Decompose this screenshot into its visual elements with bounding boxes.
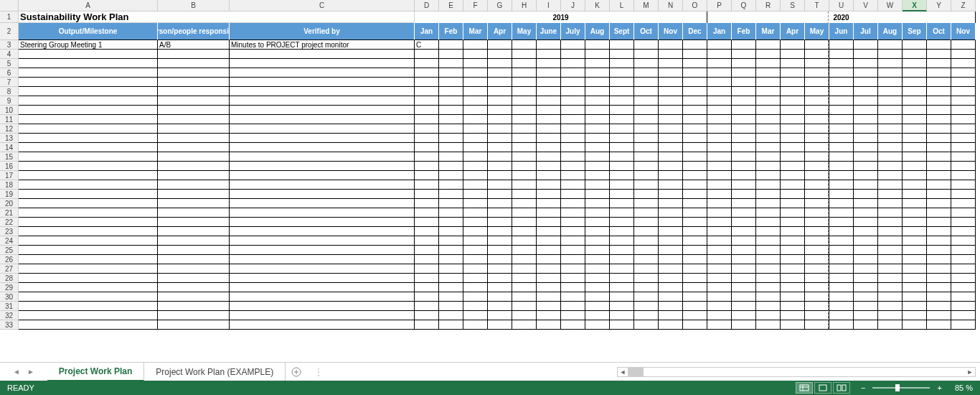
cell-r21-m0[interactable] (415, 208, 439, 218)
row-header-22[interactable]: 22 (0, 218, 19, 227)
cell-B29[interactable] (158, 283, 230, 292)
cell-r17-m22[interactable] (951, 171, 976, 180)
row-header-33[interactable]: 33 (0, 320, 19, 330)
cell-r31-m9[interactable] (634, 302, 659, 311)
cell-r6-m21[interactable] (927, 68, 951, 78)
cell-r18-m14[interactable] (756, 180, 781, 190)
cell-r30-m21[interactable] (927, 292, 951, 302)
column-header-B[interactable]: B (158, 0, 230, 11)
cell-r12-m12[interactable] (707, 124, 732, 134)
cell-r7-m15[interactable] (781, 78, 805, 87)
cell-B10[interactable] (158, 106, 230, 115)
cell-r26-m13[interactable] (732, 255, 756, 264)
cell-r8-m15[interactable] (781, 87, 805, 96)
cell-r10-m0[interactable] (415, 106, 439, 115)
cell-r22-m18[interactable] (854, 218, 878, 227)
cell-r5-m16[interactable] (805, 59, 829, 68)
cell-month-3-3[interactable] (488, 40, 512, 50)
cell-r11-m3[interactable] (488, 115, 512, 124)
cell-r10-m22[interactable] (951, 106, 976, 115)
cell-r6-m0[interactable] (415, 68, 439, 78)
cell-r18-m22[interactable] (951, 180, 976, 190)
cell-r18-m11[interactable] (683, 180, 707, 190)
cell-r25-m14[interactable] (756, 246, 781, 255)
cell-r19-m5[interactable] (537, 190, 561, 199)
cell-r17-m18[interactable] (854, 171, 878, 180)
cell-r11-m6[interactable] (561, 115, 585, 124)
row-header-23[interactable]: 23 (0, 227, 19, 236)
cell-r6-m6[interactable] (561, 68, 585, 78)
view-page-break-button[interactable] (833, 382, 850, 394)
cell-r26-m2[interactable] (463, 255, 488, 264)
cell-r21-m19[interactable] (878, 208, 903, 218)
cell-B27[interactable] (158, 264, 230, 274)
cell-r5-m18[interactable] (854, 59, 878, 68)
cell-r24-m4[interactable] (512, 236, 537, 246)
cell-r16-m17[interactable] (829, 162, 854, 171)
cell-r13-m4[interactable] (512, 134, 537, 143)
cell-r14-m11[interactable] (683, 143, 707, 152)
cell-r12-m21[interactable] (927, 124, 951, 134)
cell-r32-m0[interactable] (415, 311, 439, 320)
cell-r28-m1[interactable] (439, 274, 463, 283)
cell-r7-m17[interactable] (829, 78, 854, 87)
cell-r6-m12[interactable] (707, 68, 732, 78)
row-header-14[interactable]: 14 (0, 143, 19, 152)
cell-r22-m14[interactable] (756, 218, 781, 227)
zoom-level[interactable]: 85 % (955, 384, 973, 392)
cell-r8-m9[interactable] (634, 87, 659, 96)
cell-month-3-5[interactable] (537, 40, 561, 50)
cell-r20-m9[interactable] (634, 199, 659, 208)
cell-r22-m9[interactable] (634, 218, 659, 227)
cell-r31-m14[interactable] (756, 302, 781, 311)
cell-r9-m4[interactable] (512, 96, 537, 106)
cell-r14-m7[interactable] (585, 143, 610, 152)
cell-r11-m9[interactable] (634, 115, 659, 124)
cell-month-3-11[interactable] (683, 40, 707, 50)
cell-r10-m9[interactable] (634, 106, 659, 115)
cell-r29-m12[interactable] (707, 283, 732, 292)
cell-C9[interactable] (230, 96, 415, 106)
cell-r23-m7[interactable] (585, 227, 610, 236)
cell-C26[interactable] (230, 255, 415, 264)
cell-r26-m22[interactable] (951, 255, 976, 264)
cell-r14-m1[interactable] (439, 143, 463, 152)
cell-r16-m20[interactable] (903, 162, 927, 171)
cell-r13-m13[interactable] (732, 134, 756, 143)
cell-r15-m2[interactable] (463, 152, 488, 162)
cell-month-3-20[interactable] (903, 40, 927, 50)
cell-r33-m1[interactable] (439, 320, 463, 330)
cell-r24-m21[interactable] (927, 236, 951, 246)
row-header-17[interactable]: 17 (0, 171, 19, 180)
cell-r6-m17[interactable] (829, 68, 854, 78)
row-header-26[interactable]: 26 (0, 255, 19, 264)
cell-r9-m5[interactable] (537, 96, 561, 106)
cell-r12-m5[interactable] (537, 124, 561, 134)
cell-r7-m13[interactable] (732, 78, 756, 87)
cell-r14-m20[interactable] (903, 143, 927, 152)
cell-B9[interactable] (158, 96, 230, 106)
tab-splitter[interactable]: ⋮ (307, 367, 321, 377)
cell-r29-m17[interactable] (829, 283, 854, 292)
cell-r26-m9[interactable] (634, 255, 659, 264)
column-header-S[interactable]: S (781, 0, 805, 11)
cell-r11-m18[interactable] (854, 115, 878, 124)
cell-r33-m11[interactable] (683, 320, 707, 330)
cell-r6-m16[interactable] (805, 68, 829, 78)
cell-r32-m22[interactable] (951, 311, 976, 320)
cell-r29-m0[interactable] (415, 283, 439, 292)
cell-r30-m2[interactable] (463, 292, 488, 302)
cell-r24-m9[interactable] (634, 236, 659, 246)
header-verified[interactable]: Verified by (230, 23, 415, 40)
cell-r23-m0[interactable] (415, 227, 439, 236)
cell-r18-m5[interactable] (537, 180, 561, 190)
cell-r11-m0[interactable] (415, 115, 439, 124)
cell-A19[interactable] (19, 190, 158, 199)
cell-r12-m2[interactable] (463, 124, 488, 134)
cell-r31-m2[interactable] (463, 302, 488, 311)
cell-r11-m8[interactable] (610, 115, 634, 124)
cell-r28-m16[interactable] (805, 274, 829, 283)
cell-r25-m9[interactable] (634, 246, 659, 255)
row-header-9[interactable]: 9 (0, 96, 19, 106)
cell-r28-m2[interactable] (463, 274, 488, 283)
